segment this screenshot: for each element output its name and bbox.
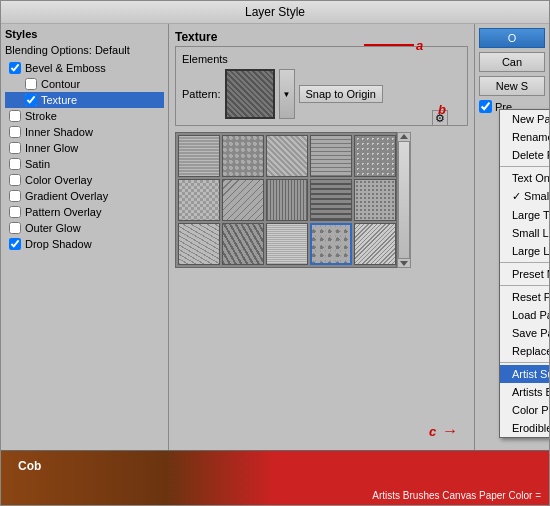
annotation-b: b — [438, 102, 446, 117]
menu-rename-pattern[interactable]: Rename Pattern... — [500, 128, 549, 146]
main-content: Styles Blending Options: Default Bevel &… — [1, 24, 549, 450]
inner-shadow-checkbox[interactable] — [9, 126, 21, 138]
color-overlay-checkbox[interactable] — [9, 174, 21, 186]
pattern-cell-1[interactable] — [178, 135, 220, 177]
menu-artist-surfaces[interactable]: Artist Surfaces — [500, 365, 549, 383]
satin-checkbox[interactable] — [9, 158, 21, 170]
scroll-up-arrow[interactable] — [400, 134, 408, 139]
menu-sep-3 — [500, 285, 549, 286]
outer-glow-checkbox[interactable] — [9, 222, 21, 234]
scroll-thumb[interactable] — [398, 141, 410, 259]
pattern-cell-6[interactable] — [178, 179, 220, 221]
annotation-c-container: c → — [429, 422, 458, 440]
style-contour[interactable]: Contour — [5, 76, 164, 92]
pattern-cell-7[interactable] — [222, 179, 264, 221]
pattern-cell-10[interactable] — [354, 179, 396, 221]
snap-to-origin-button[interactable]: Snap to Origin — [299, 85, 383, 103]
pattern-overlay-checkbox[interactable] — [9, 206, 21, 218]
menu-large-list[interactable]: Large List — [500, 242, 549, 260]
arrow-a-line — [364, 44, 414, 46]
pattern-cell-5[interactable] — [354, 135, 396, 177]
pattern-label: Pattern: — [182, 88, 221, 100]
menu-new-pattern[interactable]: New Pattern... — [500, 110, 549, 128]
annotation-b-label: b — [438, 102, 446, 117]
drop-shadow-checkbox[interactable] — [9, 238, 21, 250]
menu-replace-patterns[interactable]: Replace Patterns... — [500, 342, 549, 360]
gradient-overlay-label: Gradient Overlay — [25, 190, 108, 202]
pattern-grid — [175, 132, 397, 268]
pattern-cell-2[interactable] — [222, 135, 264, 177]
elements-section: Elements Pattern: ▼ Snap to Origin — [175, 46, 468, 126]
menu-small-list[interactable]: Small List — [500, 224, 549, 242]
outer-glow-label: Outer Glow — [25, 222, 81, 234]
stroke-label: Stroke — [25, 110, 57, 122]
style-gradient-overlay[interactable]: Gradient Overlay — [5, 188, 164, 204]
pattern-cell-13[interactable] — [266, 223, 308, 265]
contour-label: Contour — [41, 78, 80, 90]
style-outer-glow[interactable]: Outer Glow — [5, 220, 164, 236]
bevel-emboss-checkbox[interactable] — [9, 62, 21, 74]
texture-label: Texture — [41, 94, 77, 106]
annotation-c-label: c — [429, 424, 436, 439]
pattern-cell-15[interactable] — [354, 223, 396, 265]
menu-save-patterns[interactable]: Save Patterns... — [500, 324, 549, 342]
texture-checkbox[interactable] — [25, 94, 37, 106]
pattern-dropdown-arrow[interactable]: ▼ — [279, 69, 295, 119]
menu-preset-manager[interactable]: Preset Manager... — [500, 265, 549, 283]
bottom-strip-text: Artists Brushes Canvas Paper Color = — [372, 490, 541, 501]
menu-small-thumbnail[interactable]: Small Thumbnail — [500, 187, 549, 206]
style-inner-shadow[interactable]: Inner Shadow — [5, 124, 164, 140]
contour-checkbox[interactable] — [25, 78, 37, 90]
style-satin[interactable]: Satin — [5, 156, 164, 172]
blending-options-label: Blending Options: Default — [5, 44, 164, 56]
menu-reset-patterns[interactable]: Reset Patterns... — [500, 288, 549, 306]
pattern-grid-scrollbar[interactable] — [397, 132, 411, 268]
inner-glow-checkbox[interactable] — [9, 142, 21, 154]
pattern-cell-9[interactable] — [310, 179, 352, 221]
style-bevel-emboss[interactable]: Bevel & Emboss — [5, 60, 164, 76]
menu-color-paper[interactable]: Color Paper — [500, 401, 549, 419]
satin-label: Satin — [25, 158, 50, 170]
style-stroke[interactable]: Stroke — [5, 108, 164, 124]
bevel-emboss-label: Bevel & Emboss — [25, 62, 106, 74]
cancel-button[interactable]: Can — [479, 52, 545, 72]
pattern-cell-11[interactable] — [178, 223, 220, 265]
menu-large-thumbnail[interactable]: Large Thumbnail — [500, 206, 549, 224]
bottom-strip: Artists Brushes Canvas Paper Color = Cob — [1, 450, 549, 505]
window-title: Layer Style — [245, 5, 305, 19]
pattern-cell-3[interactable] — [266, 135, 308, 177]
style-color-overlay[interactable]: Color Overlay — [5, 172, 164, 188]
menu-text-only[interactable]: Text Only — [500, 169, 549, 187]
style-drop-shadow[interactable]: Drop Shadow — [5, 236, 164, 252]
gradient-overlay-checkbox[interactable] — [9, 190, 21, 202]
style-inner-glow[interactable]: Inner Glow — [5, 140, 164, 156]
annotation-c-arrow: → — [442, 422, 458, 440]
ok-button[interactable]: O — [479, 28, 545, 48]
cob-text: Cob — [18, 459, 41, 473]
new-style-button[interactable]: New S — [479, 76, 545, 96]
texture-section-label: Texture — [175, 30, 468, 44]
pattern-cell-4[interactable] — [310, 135, 352, 177]
color-overlay-label: Color Overlay — [25, 174, 92, 186]
pattern-row: Pattern: ▼ Snap to Origin — [182, 69, 461, 119]
pattern-preview[interactable] — [225, 69, 275, 119]
menu-delete-pattern[interactable]: Delete Pattern — [500, 146, 549, 164]
style-pattern-overlay[interactable]: Pattern Overlay — [5, 204, 164, 220]
texture-panel: Texture Elements Pattern: ▼ Snap to Orig… — [169, 24, 474, 450]
menu-erodible-textures[interactable]: Erodible Textures — [500, 419, 549, 437]
pattern-cell-8[interactable] — [266, 179, 308, 221]
pattern-cell-12[interactable] — [222, 223, 264, 265]
menu-sep-4 — [500, 362, 549, 363]
menu-load-patterns[interactable]: Load Patterns... — [500, 306, 549, 324]
menu-sep-2 — [500, 262, 549, 263]
styles-panel: Styles Blending Options: Default Bevel &… — [1, 24, 169, 450]
menu-artists-brushes-canvas[interactable]: Artists Brushes Canvas — [500, 383, 549, 401]
title-bar: Layer Style — [1, 1, 549, 24]
style-texture[interactable]: Texture — [5, 92, 164, 108]
stroke-checkbox[interactable] — [9, 110, 21, 122]
preview-checkbox[interactable] — [479, 100, 492, 113]
pattern-overlay-label: Pattern Overlay — [25, 206, 101, 218]
pattern-cell-14[interactable] — [310, 223, 352, 265]
inner-shadow-label: Inner Shadow — [25, 126, 93, 138]
scroll-down-arrow[interactable] — [400, 261, 408, 266]
